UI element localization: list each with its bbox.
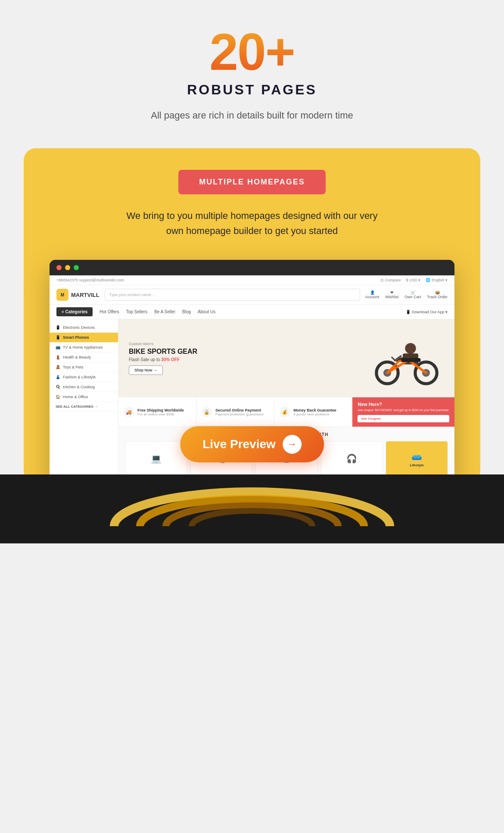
sidebar-icon: 💄 xyxy=(56,355,60,359)
nav-categories[interactable]: ≡ Categories xyxy=(56,307,93,316)
sale-percent: 30% OFF xyxy=(161,357,180,362)
decorative-rings xyxy=(101,474,403,528)
feature-payment-text: Secured Online Payment Payment protectio… xyxy=(215,408,264,416)
sidebar-label: Toys & Pets xyxy=(63,365,84,369)
sidebar-tv[interactable]: 📺 TV & Home Appliances xyxy=(50,343,118,353)
get-coupon-button[interactable]: Get Coupon xyxy=(358,415,449,422)
nav-about[interactable]: About Us xyxy=(198,309,215,314)
feature-money-text: Money Back Guarantee If goods have probl… xyxy=(293,408,336,416)
laptop-icon: 💻 xyxy=(151,453,162,464)
live-preview-button[interactable]: Live Preview → xyxy=(180,426,324,462)
cart-icon: 🛒Own Cart xyxy=(404,290,421,299)
sidebar-icon: 📱 xyxy=(56,335,60,340)
category-lifestyle[interactable]: 🛋️ Lifestyle xyxy=(386,441,448,476)
sidebar-icon: 👗 xyxy=(56,375,60,379)
hero-banner-image xyxy=(360,324,446,393)
currency-selector: $ USD ▾ xyxy=(406,278,420,282)
language-selector: 🌐 English ▾ xyxy=(426,278,448,282)
sidebar-label: TV & Home Appliances xyxy=(63,345,103,349)
hero-description: All pages are rich in details built for … xyxy=(151,108,353,122)
sidebar-smartphones[interactable]: 📱 Smart Phones xyxy=(50,333,118,343)
shipping-title: Free Shipping Worldwide xyxy=(137,408,184,412)
payment-icon: 🔒 xyxy=(202,407,212,417)
nav-hot-offers[interactable]: Hot Offers xyxy=(100,309,119,314)
browser-dot-red xyxy=(56,265,62,270)
feature-shipping-text: Free Shipping Worldwide For all orders o… xyxy=(137,408,184,416)
sidebar-icon: 📺 xyxy=(56,345,60,349)
logo-icon: M xyxy=(56,289,68,301)
sidebar-menu: 📱 Electronic Devices 📱 Smart Phones 📺 TV… xyxy=(50,319,118,483)
money-back-sub: If goods have problems xyxy=(293,412,336,416)
hero-banner: Custom Men's BIKE SPORTS GEAR Flash Sale… xyxy=(118,319,454,397)
sidebar-label: Home & Office xyxy=(63,395,88,399)
category-laptop[interactable]: 💻 xyxy=(125,441,187,476)
nav-download-app[interactable]: 📱 Download Our App ▾ xyxy=(406,310,448,314)
hero-banner-text: Custom Men's BIKE SPORTS GEAR Flash Sale… xyxy=(129,342,197,375)
sidebar-fashion[interactable]: 👗 Fashion & Lifestyle xyxy=(50,372,118,382)
payment-title: Secured Online Payment xyxy=(215,408,264,412)
sidebar-label: SEE ALL CATEGORIES → xyxy=(56,405,98,409)
search-bar[interactable]: Type your product name... xyxy=(105,289,360,301)
lifestyle-icon: 🛋️ xyxy=(411,450,422,461)
lifestyle-label: Lifestyle xyxy=(410,463,423,467)
sidebar-icon: 🍳 xyxy=(56,385,60,389)
feature-payment: 🔒 Secured Online Payment Payment protect… xyxy=(196,397,274,427)
feature-money-back: 💰 Money Back Guarantee If goods have pro… xyxy=(274,397,352,427)
nav-be-seller[interactable]: Be A Seller xyxy=(154,309,175,314)
account-icon: 👤Account xyxy=(365,290,380,299)
sidebar-electronic[interactable]: 📱 Electronic Devices xyxy=(50,323,118,333)
sidebar-toys[interactable]: 🧸 Toys & Pets xyxy=(50,362,118,372)
money-back-title: Money Back Guarantee xyxy=(293,408,336,412)
compare-link: ⚖ Compare xyxy=(380,278,401,282)
logo-text: MARTVILL xyxy=(71,292,100,298)
shop-now-button[interactable]: Shop Now → xyxy=(129,365,163,375)
bottom-section xyxy=(0,474,504,543)
banner-sale: Flash Sale up to 30% OFF xyxy=(129,357,197,362)
sidebar-kitchen[interactable]: 🍳 Kitchen & Cooking xyxy=(50,382,118,392)
sidebar-label: Kitchen & Cooking xyxy=(63,385,95,389)
sidebar-label: Electronic Devices xyxy=(63,325,95,330)
hero-number: 20+ xyxy=(209,26,295,78)
wishlist-icon: ❤Wishlist xyxy=(385,290,398,299)
payment-sub: Payment protection guaranteed xyxy=(215,412,264,416)
headphones-icon: 🎧 xyxy=(346,453,357,464)
hero-subtitle: ROBUST PAGES xyxy=(187,82,317,98)
sidebar-label: Smart Phones xyxy=(63,335,89,340)
shop-nav: ≡ Categories Hot Offers Top Sellers Be A… xyxy=(50,305,454,319)
rings-svg xyxy=(101,474,403,526)
svg-point-0 xyxy=(405,343,416,354)
page-wrapper: 20+ ROBUST PAGES All pages are rich in d… xyxy=(0,0,504,833)
new-here-box: New Here? Use coupon 'BUYNOW01' and get … xyxy=(352,397,454,427)
browser-dot-yellow xyxy=(65,265,70,270)
shop-top-bar: M MARTVILL Type your product name... 👤Ac… xyxy=(50,285,454,305)
nav-blog[interactable]: Blog xyxy=(182,309,191,314)
sidebar-label: Fashion & Lifestyle xyxy=(63,375,96,379)
new-here-sub: Use coupon 'BUYNOW01' and get up to $200… xyxy=(358,409,449,412)
browser-dot-green xyxy=(74,265,79,270)
shop-contact: +880542375 support@multivendor.com xyxy=(56,278,124,282)
multiple-homepages-button[interactable]: MULTIPLE HOMEPAGES xyxy=(178,170,325,194)
banner-title: BIKE SPORTS GEAR xyxy=(129,348,197,356)
feature-shipping: 🚚 Free Shipping Worldwide For all orders… xyxy=(118,397,196,427)
svg-line-13 xyxy=(392,358,395,361)
sidebar-health[interactable]: 💄 Health & Beauty xyxy=(50,353,118,362)
sidebar-home[interactable]: 🏠 Home & Office xyxy=(50,392,118,402)
browser-bar xyxy=(50,260,454,275)
banner-small-text: Custom Men's xyxy=(129,342,197,346)
svg-point-17 xyxy=(192,511,312,526)
category-headphones[interactable]: 🎧 xyxy=(321,441,383,476)
sidebar-all-cats[interactable]: SEE ALL CATEGORIES → xyxy=(50,402,118,412)
svg-rect-11 xyxy=(401,358,420,362)
motorcycle-svg xyxy=(364,330,442,386)
card-description: We bring to you multiple homepages desig… xyxy=(118,208,386,238)
track-order-icon: 📦Track Order xyxy=(427,290,448,299)
sidebar-icon: 📱 xyxy=(56,325,60,330)
shop-header-right: ⚖ Compare $ USD ▾ 🌐 English ▾ xyxy=(380,278,448,282)
search-placeholder: Type your product name... xyxy=(109,293,155,297)
nav-top-sellers[interactable]: Top Sellers xyxy=(126,309,147,314)
live-preview-label: Live Preview xyxy=(202,437,276,451)
new-here-title: New Here? xyxy=(358,402,449,407)
shipping-sub: For all orders over $358 xyxy=(137,412,184,416)
shop-icons: 👤Account ❤Wishlist 🛒Own Cart 📦Track Orde… xyxy=(365,290,448,299)
features-strip: 🚚 Free Shipping Worldwide For all orders… xyxy=(118,397,454,427)
